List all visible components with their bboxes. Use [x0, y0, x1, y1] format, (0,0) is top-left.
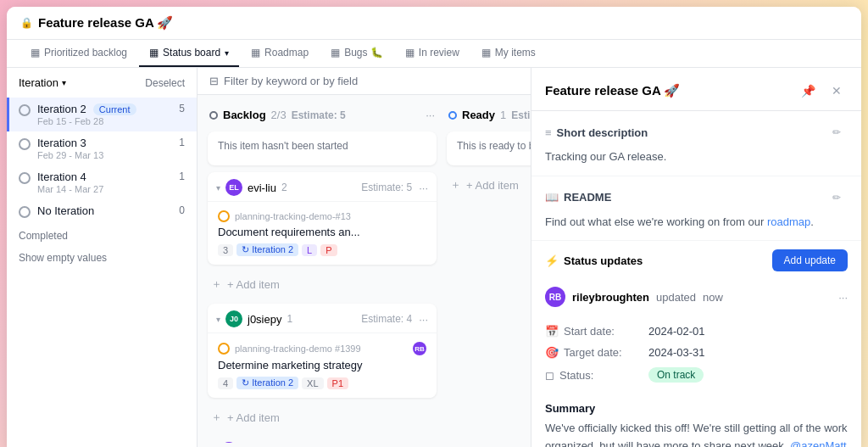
status-icon: ⚡ [545, 254, 559, 267]
status-icon: ◻ [545, 369, 554, 382]
app-header: 🔒 Feature release GA 🚀 [7, 7, 861, 40]
tab-roadmap[interactable]: ▦ Roadmap [241, 40, 319, 67]
sidebar-item-iteration3[interactable]: Iteration 3 Feb 29 - Mar 13 1 [7, 131, 197, 165]
column-count: 2/3 [271, 109, 287, 121]
tab-in-review[interactable]: ▦ In review [395, 40, 470, 67]
group-count: 2 [281, 182, 287, 193]
detail-panel: Feature release GA 🚀 📌 ✕ ≡ Short descrip… [531, 68, 861, 447]
update-entry: RB rileybroughten updated now ··· [531, 280, 861, 314]
size-tag: XL [302, 377, 323, 389]
iteration-icon [19, 104, 31, 116]
summary-section: Summary We've officially kicked this off… [531, 394, 861, 447]
edit-readme-button[interactable]: ✏ [826, 187, 848, 209]
group-count: 1 [287, 313, 292, 325]
iteration-icon [19, 206, 31, 218]
iteration-group-toggle[interactable]: Iteration ▾ [19, 76, 66, 89]
deselect-button[interactable]: Deselect [145, 77, 185, 89]
sidebar: Iteration ▾ Deselect Iteration 2 Current… [7, 68, 198, 447]
priority-tag: P1 [327, 377, 348, 389]
column-backlog: Backlog 2/3 Estimate: 5 ··· This item ha… [208, 105, 437, 433]
add-update-button[interactable]: Add update [772, 249, 848, 271]
tab-prioritized-backlog[interactable]: ▦ Prioritized backlog [20, 40, 137, 67]
summary-text: We've officially kicked this off! We're … [545, 420, 848, 447]
group-header: ▾ J0 j0siepy 1 Estimate: 4 ··· [208, 304, 437, 332]
status-updates-header: ⚡ Status updates Add update [531, 241, 861, 280]
iteration-details: Iteration 3 Feb 29 - Mar 13 [37, 137, 175, 160]
target-date-row: 🎯 Target date: 2024-03-31 [545, 342, 848, 363]
group-name: evi-liu [248, 182, 276, 194]
entry-menu-button[interactable]: ··· [838, 291, 848, 304]
close-button[interactable]: ✕ [826, 80, 848, 102]
filter-input[interactable]: Filter by keyword or by field [224, 75, 358, 87]
tab-icon: ▦ [481, 47, 491, 59]
tag: 3 [218, 244, 233, 256]
tab-status-board[interactable]: ▦ Status board ▾ [139, 40, 239, 67]
lock-icon: 🔒 [20, 17, 33, 29]
tab-my-items[interactable]: ▦ My items [471, 40, 546, 67]
add-item-button-ready[interactable]: ＋ + Add item [447, 172, 531, 198]
status-row: ◻ Status: On track [545, 363, 848, 387]
short-description-section: ≡ Short description ✏ Tracking our GA re… [531, 111, 861, 176]
column-estimate: Estimate: 3 [511, 109, 531, 121]
start-date-value[interactable]: 2024-02-01 [648, 325, 705, 338]
column-menu-button[interactable]: ··· [426, 109, 435, 121]
item-card[interactable]: planning-tracking-demo-#13 Document requ… [208, 201, 437, 265]
item-id: planning-tracking-demo-#13 [235, 211, 351, 221]
sidebar-item-iteration2[interactable]: Iteration 2 Current Feb 15 - Feb 28 5 [7, 98, 197, 131]
tab-bugs[interactable]: ▦ Bugs 🐛 [320, 40, 393, 67]
tab-icon: ▦ [149, 47, 159, 59]
target-date-value[interactable]: 2024-03-31 [648, 346, 705, 359]
group-card-j0siepy: ▾ J0 j0siepy 1 Estimate: 4 ··· [208, 304, 437, 398]
update-time: now [703, 291, 723, 304]
meta-table: 📅 Start date: 2024-02-01 🎯 Target date: … [531, 314, 861, 394]
expand-icon[interactable]: ▾ [216, 315, 220, 324]
summary-title: Summary [545, 402, 848, 415]
expand-icon[interactable]: ▾ [216, 183, 220, 193]
item-tags: 3 ↻ Iteration 2 L P [218, 243, 426, 256]
status-dot [209, 111, 218, 120]
assignee-avatar: RB [413, 342, 426, 355]
item-card[interactable]: planning-tracking-demo #1399 RB Determin… [208, 332, 437, 398]
chevron-down-icon: ▾ [62, 78, 66, 87]
detail-actions: 📌 ✕ [797, 80, 848, 102]
roadmap-link[interactable]: roadmap [767, 215, 810, 228]
tab-icon: ▦ [331, 47, 340, 59]
sidebar-item-iteration4[interactable]: Iteration 4 Mar 14 - Mar 27 1 [7, 165, 197, 199]
content-area: Iteration ▾ Deselect Iteration 2 Current… [7, 68, 861, 447]
priority-tag: P [320, 244, 337, 256]
column-count: 1 [500, 109, 506, 121]
section-label: Short description [557, 126, 648, 139]
sidebar-item-no-iteration[interactable]: No Iteration 0 [7, 199, 197, 223]
tab-icon: ▦ [405, 47, 415, 59]
item-title: Document requirements an... [218, 226, 426, 238]
dropdown-icon: ▾ [225, 48, 229, 58]
detail-header: Feature release GA 🚀 📌 ✕ [531, 68, 861, 111]
readme-text: Find out what else we're working on from… [545, 214, 848, 231]
edit-description-button[interactable]: ✏ [826, 121, 848, 143]
pin-button[interactable]: 📌 [797, 80, 819, 102]
size-tag: L [302, 244, 317, 256]
add-item-button-backlog-j0[interactable]: ＋ + Add item [208, 405, 437, 430]
column-subtitle-card: This is ready to be picked up [447, 131, 531, 165]
group-card-evi-liu: ▾ EL evi-liu 2 Estimate: 5 ··· [208, 172, 437, 265]
column-header-ready: Ready 1 Estimate: 3 ··· [447, 105, 531, 125]
show-empty-values[interactable]: Show empty values [7, 249, 197, 271]
description-icon: ≡ [545, 126, 552, 139]
readme-section: 📖 README ✏ Find out what else we're work… [531, 176, 861, 242]
item-title: Determine marketing strategy [218, 359, 426, 372]
progress-icon [218, 343, 230, 355]
add-item-button-backlog-evi[interactable]: ＋ + Add item [208, 271, 437, 297]
tag: 4 [218, 377, 233, 389]
current-badge: Current [93, 103, 136, 115]
item-tags: 4 ↻ Iteration 2 XL P1 [218, 377, 426, 389]
status-dot [448, 111, 457, 120]
updater-avatar: RB [545, 287, 565, 307]
target-icon: 🎯 [545, 346, 559, 359]
status-value[interactable]: On track [648, 367, 704, 383]
iteration-details: Iteration 2 Current Feb 15 - Feb 28 [37, 103, 175, 126]
board-toolbar: ⊟ Filter by keyword or by field [198, 68, 531, 95]
group-menu-button[interactable]: ··· [419, 313, 428, 326]
group-header-riley: ▸ RB rileybroughten 2 Estimate: 3 ··· [208, 437, 437, 443]
section-label: README [564, 191, 611, 204]
group-menu-button[interactable]: ··· [419, 182, 428, 194]
